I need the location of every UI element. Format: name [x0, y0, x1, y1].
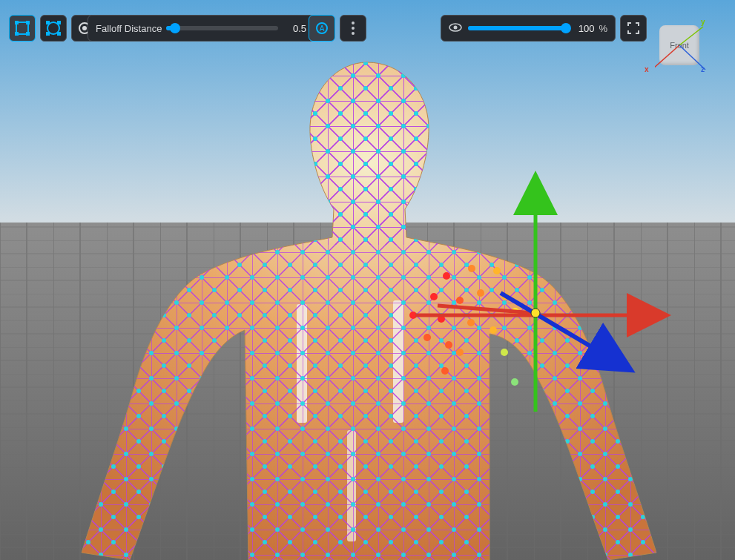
more-menu-button[interactable] — [340, 15, 366, 42]
visibility-value: 100 — [573, 23, 594, 34]
svg-rect-44 — [46, 21, 50, 24]
svg-text:A: A — [320, 24, 325, 33]
visibility-slider[interactable] — [468, 26, 566, 30]
svg-point-49 — [82, 26, 87, 30]
axis-orientation-widget[interactable]: Front y x z — [655, 21, 714, 80]
svg-rect-45 — [57, 21, 61, 24]
svg-rect-39 — [15, 21, 19, 24]
svg-point-25 — [456, 349, 464, 356]
svg-point-19 — [423, 334, 431, 341]
axis-x-label: x — [645, 65, 649, 73]
svg-rect-41 — [15, 32, 19, 36]
svg-point-23 — [477, 289, 484, 297]
falloff-label: Falloff Distance — [96, 23, 162, 34]
lattice-select-button[interactable] — [9, 15, 36, 42]
axis-y-label: y — [701, 18, 705, 26]
svg-point-37 — [531, 309, 540, 317]
svg-point-22 — [468, 265, 475, 272]
falloff-slider-box: Falloff Distance 0.5 — [88, 15, 314, 42]
svg-point-15 — [430, 293, 438, 300]
soft-select-button[interactable] — [40, 15, 67, 42]
svg-point-21 — [441, 367, 449, 375]
svg-point-26 — [493, 267, 501, 274]
svg-point-53 — [454, 25, 458, 29]
svg-point-31 — [501, 349, 508, 356]
falloff-value: 0.5 — [286, 23, 306, 34]
visibility-unit: % — [599, 23, 607, 34]
svg-rect-40 — [26, 21, 30, 24]
svg-point-32 — [511, 378, 518, 386]
svg-point-28 — [490, 326, 497, 334]
fullscreen-button[interactable] — [620, 15, 647, 42]
reset-cage-button[interactable]: A — [309, 15, 335, 42]
svg-rect-42 — [26, 32, 30, 36]
viewport-3d[interactable] — [0, 0, 735, 560]
axis-z-label: z — [701, 65, 705, 73]
svg-rect-46 — [46, 32, 50, 36]
visibility-slider-box: 100 % — [441, 15, 616, 42]
svg-rect-47 — [57, 32, 61, 36]
falloff-slider[interactable] — [166, 26, 278, 30]
svg-point-18 — [456, 297, 464, 304]
svg-point-16 — [443, 272, 450, 280]
svg-point-24 — [467, 319, 475, 326]
axis-cube-face[interactable]: Front — [659, 25, 699, 65]
eye-icon — [449, 22, 462, 35]
svg-point-20 — [445, 341, 452, 349]
